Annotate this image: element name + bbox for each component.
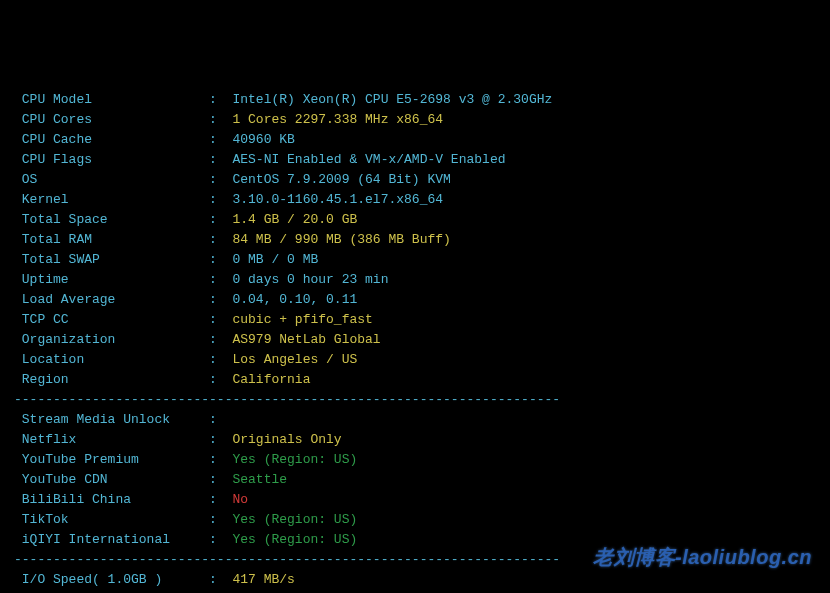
row-colon: : <box>209 230 232 250</box>
row-colon: : <box>209 190 232 210</box>
row-label: CPU Cores <box>14 110 209 130</box>
info-row: Location : Los Angeles / US <box>14 350 816 370</box>
row-value: Yes (Region: US) <box>232 450 357 470</box>
row-label: Region <box>14 370 209 390</box>
row-colon: : <box>209 470 232 490</box>
row-value: 40960 KB <box>232 130 294 150</box>
row-label: Organization <box>14 330 209 350</box>
row-label: YouTube CDN <box>14 470 209 490</box>
row-value: 0 MB / 0 MB <box>232 250 318 270</box>
row-value: Originals Only <box>232 430 341 450</box>
row-value: cubic + pfifo_fast <box>232 310 372 330</box>
row-value: 1 Cores 2297.338 MHz x86_64 <box>232 110 443 130</box>
section-header: Stream Media Unlock <box>14 410 209 430</box>
row-label: YouTube Premium <box>14 450 209 470</box>
row-label: CPU Flags <box>14 150 209 170</box>
row-label: TCP CC <box>14 310 209 330</box>
info-row: CPU Cores : 1 Cores 2297.338 MHz x86_64 <box>14 110 816 130</box>
row-value: 3.10.0-1160.45.1.el7.x86_64 <box>232 190 443 210</box>
row-value: 1.4 GB / 20.0 GB <box>232 210 357 230</box>
info-row: YouTube Premium : Yes (Region: US) <box>14 450 816 470</box>
info-row: TCP CC : cubic + pfifo_fast <box>14 310 816 330</box>
separator: ----------------------------------------… <box>14 550 816 570</box>
row-value: Yes (Region: US) <box>232 510 357 530</box>
separator: ----------------------------------------… <box>14 390 816 410</box>
row-label: Location <box>14 350 209 370</box>
row-label: CPU Cache <box>14 130 209 150</box>
row-label: I/O Speed( 1.0GB ) <box>14 570 209 590</box>
info-row: Netflix : Originals Only <box>14 430 816 450</box>
row-label: Kernel <box>14 190 209 210</box>
row-label: Total Space <box>14 210 209 230</box>
row-value: AES-NI Enabled & VM-x/AMD-V Enabled <box>232 150 505 170</box>
row-colon: : <box>209 210 232 230</box>
row-value: 84 MB / 990 MB (386 MB Buff) <box>232 230 450 250</box>
info-row: Load Average : 0.04, 0.10, 0.11 <box>14 290 816 310</box>
info-row: Uptime : 0 days 0 hour 23 min <box>14 270 816 290</box>
row-colon: : <box>209 110 232 130</box>
info-row: CPU Flags : AES-NI Enabled & VM-x/AMD-V … <box>14 150 816 170</box>
info-row: Organization : AS979 NetLab Global <box>14 330 816 350</box>
row-colon: : <box>209 450 232 470</box>
row-colon: : <box>209 530 232 550</box>
row-label: Total SWAP <box>14 250 209 270</box>
row-value: Los Angeles / US <box>232 350 357 370</box>
info-row: BiliBili China : No <box>14 490 816 510</box>
info-row: CPU Cache : 40960 KB <box>14 130 816 150</box>
row-value: Seattle <box>232 470 287 490</box>
info-row: YouTube CDN : Seattle <box>14 470 816 490</box>
info-row: Total SWAP : 0 MB / 0 MB <box>14 250 816 270</box>
row-value: CentOS 7.9.2009 (64 Bit) KVM <box>232 170 450 190</box>
row-colon: : <box>209 330 232 350</box>
row-label: Uptime <box>14 270 209 290</box>
row-label: CPU Model <box>14 90 209 110</box>
row-colon: : <box>209 490 232 510</box>
row-label: Load Average <box>14 290 209 310</box>
info-row: iQIYI International : Yes (Region: US) <box>14 530 816 550</box>
row-value: California <box>232 370 310 390</box>
row-label: OS <box>14 170 209 190</box>
row-colon: : <box>209 250 232 270</box>
row-colon: : <box>209 90 232 110</box>
info-row: TikTok : Yes (Region: US) <box>14 510 816 530</box>
row-colon: : <box>209 430 232 450</box>
section-header-row: Stream Media Unlock : <box>14 410 816 430</box>
row-value: 0.04, 0.10, 0.11 <box>232 290 357 310</box>
row-colon: : <box>209 370 232 390</box>
row-value: 0 days 0 hour 23 min <box>232 270 388 290</box>
info-row: OS : CentOS 7.9.2009 (64 Bit) KVM <box>14 170 816 190</box>
row-label: BiliBili China <box>14 490 209 510</box>
row-colon: : <box>209 310 232 330</box>
terminal-output: CPU Model : Intel(R) Xeon(R) CPU E5-2698… <box>14 90 816 593</box>
row-value: No <box>232 490 248 510</box>
row-value: Intel(R) Xeon(R) CPU E5-2698 v3 @ 2.30GH… <box>232 90 552 110</box>
row-value: AS979 NetLab Global <box>232 330 380 350</box>
row-colon: : <box>209 170 232 190</box>
info-row: Region : California <box>14 370 816 390</box>
info-row: CPU Model : Intel(R) Xeon(R) CPU E5-2698… <box>14 90 816 110</box>
row-colon: : <box>209 270 232 290</box>
info-row: Total RAM : 84 MB / 990 MB (386 MB Buff) <box>14 230 816 250</box>
row-colon: : <box>209 350 232 370</box>
row-colon: : <box>209 570 232 590</box>
row-label: iQIYI International <box>14 530 209 550</box>
row-colon: : <box>209 510 232 530</box>
row-colon: : <box>209 130 232 150</box>
row-colon: : <box>209 290 232 310</box>
row-label: Total RAM <box>14 230 209 250</box>
row-label: TikTok <box>14 510 209 530</box>
row-label: Netflix <box>14 430 209 450</box>
row-colon: : <box>209 150 232 170</box>
info-row: Kernel : 3.10.0-1160.45.1.el7.x86_64 <box>14 190 816 210</box>
row-value: Yes (Region: US) <box>232 530 357 550</box>
row-value: 417 MB/s <box>232 570 294 590</box>
info-row: Total Space : 1.4 GB / 20.0 GB <box>14 210 816 230</box>
info-row: I/O Speed( 1.0GB ) : 417 MB/s <box>14 570 816 590</box>
